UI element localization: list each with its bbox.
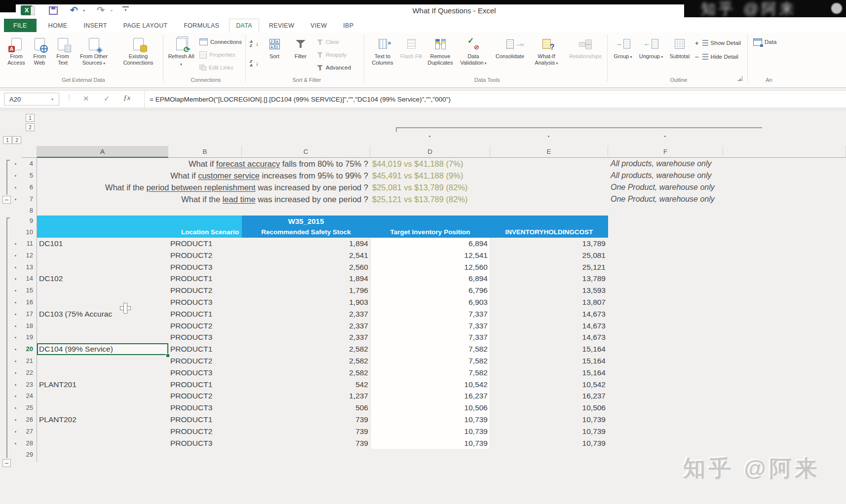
row-header-15[interactable]: 15 — [22, 285, 37, 296]
cell-scenario-r28[interactable]: PRODUCT3 — [170, 437, 239, 449]
cell-holding-cost-r26[interactable]: 10,739 — [490, 414, 606, 426]
row-header-7[interactable]: 7 — [22, 193, 37, 205]
row-header-4[interactable]: 4 — [22, 158, 37, 170]
cell-scenario-r11[interactable]: PRODUCT1 — [170, 238, 239, 250]
cell-target-position-r26[interactable]: 10,739 — [370, 414, 488, 426]
row-header-28[interactable]: 28 — [22, 437, 37, 449]
from-other-sources-button[interactable]: ◈ From Other Sources — [75, 34, 113, 78]
cell-safety-stock-r12[interactable]: 2,541 — [242, 250, 368, 261]
ungroup-button[interactable]: ← Ungroup — [637, 34, 665, 78]
row-outline-level-2-button[interactable]: 2 — [12, 136, 21, 144]
cell-safety-stock-r19[interactable]: 2,337 — [242, 331, 368, 343]
row-header-19[interactable]: 19 — [22, 331, 37, 343]
cell-target-position-r23[interactable]: 10,542 — [370, 379, 488, 391]
row-header-10[interactable]: 10 — [22, 226, 37, 238]
undo-dropdown-icon[interactable]: ▾ — [83, 8, 85, 13]
tab-insert[interactable]: INSERT — [77, 19, 113, 32]
cell-scenario-r16[interactable]: PRODUCT3 — [170, 296, 239, 308]
excel-logo-icon[interactable]: X — [21, 5, 33, 15]
row-header-18[interactable]: 18 — [22, 320, 37, 332]
cell-holding-cost-r27[interactable]: 10,739 — [490, 426, 606, 437]
cell-scenario-r18[interactable]: PRODUCT2 — [170, 320, 239, 332]
cell-holding-cost-r25[interactable]: 10,506 — [490, 402, 606, 414]
subtotal-button[interactable]: Subtotal — [666, 34, 693, 78]
column-outline-level-2-button[interactable]: 2 — [26, 123, 35, 131]
cell-safety-stock-r17[interactable]: 2,337 — [242, 308, 368, 320]
cell-safety-stock-r22[interactable]: 2,582 — [242, 367, 368, 379]
save-icon[interactable] — [49, 6, 58, 15]
from-access-button[interactable]: A From Access — [5, 34, 28, 78]
row-header-8[interactable]: 8 — [22, 205, 37, 216]
cell-target-position-r15[interactable]: 6,796 — [370, 285, 488, 296]
redo-icon[interactable]: ↷ — [97, 4, 105, 16]
fill-handle[interactable] — [166, 354, 170, 358]
cell-scenario-r24[interactable]: PRODUCT2 — [170, 390, 239, 402]
row-header-13[interactable]: 13 — [22, 261, 37, 273]
row-header-20[interactable]: 20 — [22, 343, 37, 355]
column-header-b[interactable]: B — [168, 146, 242, 158]
name-box-dropdown-icon[interactable]: ▾ — [51, 97, 53, 102]
column-header-f[interactable]: F — [608, 146, 723, 158]
reapply-filter-button[interactable]: Reapply — [317, 49, 346, 60]
cell-holding-cost-r22[interactable]: 15,164 — [490, 367, 606, 379]
connections-button[interactable]: Connections — [199, 36, 242, 47]
cell-scenario-r15[interactable]: PRODUCT2 — [170, 285, 239, 296]
tab-file[interactable]: FILE — [4, 19, 37, 32]
cell-holding-cost-r23[interactable]: 10,542 — [490, 379, 606, 391]
cell-safety-stock-r23[interactable]: 542 — [242, 379, 368, 391]
cell-safety-stock-r24[interactable]: 1,237 — [242, 390, 368, 402]
column-header-a[interactable]: A — [37, 146, 168, 158]
cell-safety-stock-r18[interactable]: 2,337 — [242, 320, 368, 332]
cell-scenario-r26[interactable]: PRODUCT1 — [170, 414, 239, 426]
cell-safety-stock-r14[interactable]: 1,894 — [242, 273, 368, 285]
existing-connections-button[interactable]: Existing Connections — [115, 34, 161, 78]
cell-target-position-r13[interactable]: 12,560 — [370, 261, 488, 273]
cell-holding-cost-r15[interactable]: 13,593 — [490, 285, 606, 296]
row-header-24[interactable]: 24 — [22, 390, 37, 402]
cell-scenario-r19[interactable]: PRODUCT3 — [170, 331, 239, 343]
column-header-g[interactable] — [723, 146, 846, 158]
collapse-rows-button[interactable]: – — [2, 196, 11, 204]
cell-safety-stock-r13[interactable]: 2,560 — [242, 261, 368, 273]
cell-target-position-r11[interactable]: 6,894 — [370, 238, 488, 250]
column-header-corner[interactable] — [22, 146, 37, 158]
cell-holding-cost-r18[interactable]: 14,673 — [490, 320, 606, 332]
cell-safety-stock-r11[interactable]: 1,894 — [242, 238, 368, 250]
column-header-c[interactable]: C — [242, 146, 370, 158]
relationships-button[interactable]: Relationships — [565, 34, 606, 78]
row-header-26[interactable]: 26 — [22, 414, 37, 426]
tab-home[interactable]: HOME — [42, 19, 74, 32]
cell-target-position-r18[interactable]: 7,337 — [370, 320, 488, 332]
row-header-17[interactable]: 17 — [22, 308, 37, 320]
cell-holding-cost-r19[interactable]: 14,673 — [490, 331, 606, 343]
cell-location-r14[interactable]: DC102 — [39, 273, 166, 285]
customize-quick-access-icon[interactable]: ▾ — [122, 6, 129, 12]
advanced-filter-button[interactable]: Advanced — [317, 62, 351, 73]
cancel-icon[interactable]: ✕ — [83, 94, 89, 103]
cell-target-position-r17[interactable]: 7,337 — [370, 308, 488, 320]
filter-button[interactable]: Filter — [288, 34, 313, 78]
cell-location-r23[interactable]: PLANT201 — [39, 379, 166, 391]
hide-detail-button[interactable]: − Hide Detail — [695, 51, 738, 62]
tab-review[interactable]: REVIEW — [263, 19, 301, 32]
insert-function-icon[interactable]: ƒx — [123, 94, 130, 102]
text-to-columns-button[interactable]: Text to Columns — [367, 34, 398, 78]
row-header-12[interactable]: 12 — [22, 250, 37, 261]
show-detail-button[interactable]: + Show Detail — [695, 37, 741, 48]
tab-page-layout[interactable]: PAGE LAYOUT — [117, 19, 174, 32]
redo-dropdown-icon[interactable]: ▾ — [111, 8, 113, 13]
cell-holding-cost-r16[interactable]: 13,807 — [490, 296, 606, 308]
cell-target-position-r19[interactable]: 7,337 — [370, 331, 488, 343]
cell-holding-cost-r13[interactable]: 25,121 — [490, 261, 606, 273]
from-text-button[interactable]: From Text — [51, 34, 74, 78]
cell-safety-stock-r26[interactable]: 739 — [242, 414, 368, 426]
sort-descending-button[interactable]: ZA↓ — [250, 58, 259, 69]
cell-target-position-r28[interactable]: 10,739 — [370, 437, 488, 449]
cell-safety-stock-r27[interactable]: 739 — [242, 426, 368, 437]
flash-fill-button[interactable]: Flash Fill — [400, 34, 423, 78]
row-outline-level-1-button[interactable]: 1 — [3, 136, 12, 144]
cell-holding-cost-r28[interactable]: 10,739 — [490, 437, 606, 449]
cell-holding-cost-r20[interactable]: 15,164 — [490, 343, 606, 355]
row-header-16[interactable]: 16 — [22, 296, 37, 308]
cell-holding-cost-r11[interactable]: 13,789 — [490, 238, 606, 250]
